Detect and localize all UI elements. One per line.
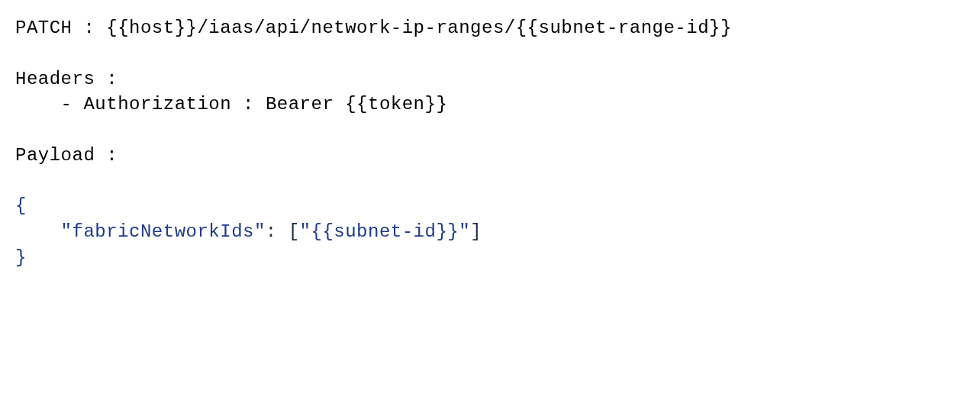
header-item-authorization: - Authorization : Bearer {{token}} (15, 92, 965, 118)
request-line: PATCH : {{host}}/iaas/api/network-ip-ran… (15, 15, 965, 41)
json-open-brace: { (15, 193, 965, 219)
request-url: {{host}}/iaas/api/network-ip-ranges/{{su… (106, 18, 732, 38)
blank-line (15, 41, 965, 66)
header-bullet: - (15, 94, 83, 114)
json-string-value: "{{subnet-id}}" (300, 221, 471, 242)
json-array-close: ] (470, 221, 482, 242)
json-array-open: [ (289, 221, 300, 242)
blank-line (15, 168, 965, 193)
json-indent (15, 221, 61, 242)
json-property-line: "fabricNetworkIds": ["{{subnet-id}}"] (15, 219, 965, 245)
blank-line (15, 118, 965, 143)
header-value: Bearer {{token}} (266, 94, 447, 114)
json-key: "fabricNetworkIds" (61, 221, 266, 242)
header-name: Authorization (83, 94, 231, 114)
http-method: PATCH (15, 18, 73, 38)
method-sep: : (73, 18, 107, 38)
json-close-brace: } (15, 245, 965, 271)
json-colon: : (266, 221, 289, 242)
header-sep: : (231, 94, 266, 114)
payload-label: Payload : (15, 143, 965, 169)
headers-label: Headers : (15, 66, 965, 92)
